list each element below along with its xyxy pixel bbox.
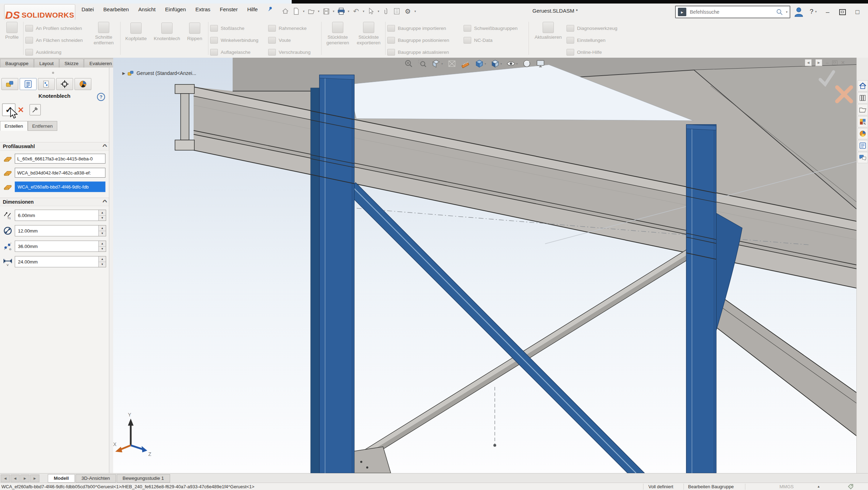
rippen-button[interactable]: Rippen <box>185 23 205 41</box>
tab-evaluieren[interactable]: Evaluieren <box>84 59 117 68</box>
bom-export-button[interactable]: Stückliste exportieren <box>354 22 383 46</box>
spinner[interactable]: ▲ ▼ <box>98 241 106 252</box>
voute-button[interactable]: Voute <box>268 35 311 45</box>
assembly-import-button[interactable]: Baugruppe importieren <box>387 23 449 33</box>
design-library-icon[interactable] <box>857 92 868 103</box>
maximize-button[interactable]: □ <box>854 8 861 16</box>
spin-down-icon[interactable]: ▼ <box>99 231 106 236</box>
menu-ansicht[interactable]: Ansicht <box>138 6 156 12</box>
search-icon[interactable] <box>776 8 783 15</box>
undo-dropdown-icon[interactable]: ▾ <box>363 9 364 13</box>
minimize-button[interactable]: – <box>824 8 831 16</box>
nc-data-button[interactable]: NC-Data <box>464 35 518 45</box>
width-field[interactable]: 24.00mm ▲ ▼ <box>15 256 106 267</box>
assembly-position-button[interactable]: Baugruppe positionieren <box>387 35 449 45</box>
save-icon[interactable] <box>322 7 330 15</box>
tab-scroll-next[interactable]: ▶ <box>20 475 30 482</box>
new-document-icon[interactable] <box>292 7 300 15</box>
cut-faces-button[interactable]: An Flächen schneiden <box>25 35 83 45</box>
tab-3d-ansichten[interactable]: 3D-Ansichten <box>76 474 116 483</box>
view-orientation-icon[interactable]: ▾ <box>491 59 502 68</box>
tab-scroll-last[interactable]: ▶ <box>30 475 39 482</box>
feature-tree-tab[interactable] <box>1 78 18 90</box>
gear-icon[interactable]: ⚙ <box>403 7 412 15</box>
spinner[interactable]: ▲ ▼ <box>98 210 106 221</box>
section-profilauswahl[interactable]: Profilauswahl ^ <box>0 142 109 151</box>
paperclip-icon[interactable] <box>382 7 390 15</box>
property-tab-builder-icon[interactable] <box>857 140 868 151</box>
bolt-spacing-field[interactable]: 36.00mm ▲ ▼ <box>15 241 106 252</box>
new-dropdown-icon[interactable]: ▾ <box>303 9 305 13</box>
notch-button[interactable]: Ausklinkung <box>25 47 83 57</box>
knotenblech-button[interactable]: Knotenblech <box>151 23 183 41</box>
spin-up-icon[interactable]: ▲ <box>99 256 106 262</box>
status-tag-icon[interactable] <box>848 484 854 490</box>
open-dropdown-icon[interactable]: ▾ <box>318 9 320 13</box>
spin-down-icon[interactable]: ▼ <box>99 216 106 221</box>
tab-scroll-prev[interactable]: ◀ <box>11 475 20 482</box>
select-cursor-icon[interactable] <box>367 7 375 15</box>
menu-extras[interactable]: Extras <box>195 6 210 12</box>
select-dropdown-icon[interactable]: ▾ <box>378 9 380 13</box>
online-help-button[interactable]: Online-Hilfe <box>566 47 617 57</box>
spinner[interactable]: ▲ ▼ <box>98 256 106 267</box>
collapse-icon[interactable]: ^ <box>102 199 107 205</box>
home-taskpane-icon[interactable] <box>857 80 868 91</box>
tab-modell[interactable]: Modell <box>48 474 75 483</box>
pm-help-icon[interactable]: ? <box>97 93 105 101</box>
pm-pin-button[interactable] <box>30 104 41 115</box>
next-window-icon[interactable]: ▶ <box>815 59 822 66</box>
tab-bewegungsstudie[interactable]: Bewegungsstudie 1 <box>117 474 170 483</box>
zoom-fit-icon[interactable] <box>404 59 413 68</box>
mode-tab-entfernen[interactable]: Entfernen <box>28 121 58 131</box>
print-icon[interactable] <box>337 7 345 15</box>
mode-tab-erstellen[interactable]: Erstellen <box>0 121 28 131</box>
feature-tree-root[interactable]: ▶ Geruest (Standard<Anzei... <box>122 70 196 76</box>
display-style-icon[interactable]: ▾ <box>475 59 486 68</box>
spinner[interactable]: ▲ ▼ <box>98 225 106 236</box>
status-expand-icon[interactable]: ▲ <box>817 485 820 488</box>
menu-bearbeiten[interactable]: Bearbeiten <box>103 6 129 12</box>
settings-button[interactable]: Einstellungen <box>566 35 617 45</box>
assembly-update-button[interactable]: Baugruppe aktualisieren <box>387 47 449 57</box>
status-units[interactable]: MMGS <box>779 484 793 489</box>
weld-assemblies-button[interactable]: Schweißbaugruppen <box>464 23 518 33</box>
dimxpert-tab[interactable] <box>56 78 73 90</box>
gear-dropdown-icon[interactable]: ▾ <box>414 9 416 13</box>
home-icon[interactable] <box>281 7 290 15</box>
custom-properties-icon[interactable] <box>857 128 868 139</box>
search-input[interactable] <box>689 9 773 15</box>
doc-minimize-icon[interactable]: – <box>826 60 829 65</box>
feature-tree-label[interactable]: Geruest (Standard<Anzei... <box>136 70 196 76</box>
open-icon[interactable] <box>307 7 316 15</box>
spin-up-icon[interactable]: ▲ <box>99 210 106 216</box>
pin-menu-icon[interactable] <box>267 6 273 12</box>
prev-window-icon[interactable]: ◀ <box>805 59 812 66</box>
tree-expand-icon[interactable]: ▶ <box>122 71 125 76</box>
stosslasche-button[interactable]: Stoßlasche <box>210 23 258 33</box>
save-dropdown-icon[interactable]: ▾ <box>333 9 335 13</box>
appearance-icon[interactable] <box>522 59 531 68</box>
undo-icon[interactable]: ↶ <box>352 7 360 15</box>
doc-restore-icon[interactable] <box>832 61 837 65</box>
diameter-field[interactable]: 12.00mm ▲ ▼ <box>15 225 106 236</box>
section-view-icon[interactable]: ▾ <box>432 59 443 68</box>
wireframe-icon[interactable] <box>447 59 456 68</box>
profile-field-2[interactable]: WCA_bd34d042-fde7-462c-a938-ef: <box>15 168 105 178</box>
search-dropdown-icon[interactable]: ▾ <box>786 10 788 14</box>
rahmenecke-button[interactable]: Rahmenecke <box>268 23 311 33</box>
configuration-tab[interactable] <box>38 78 55 90</box>
collapse-icon[interactable]: ^ <box>102 144 107 149</box>
left-column-blue[interactable] <box>311 75 354 473</box>
display-manager-tab[interactable] <box>75 78 91 90</box>
verschraubung-button[interactable]: Verschraubung <box>268 47 311 57</box>
kopfplatte-button[interactable]: Kopfplatte <box>124 23 148 41</box>
spin-up-icon[interactable]: ▲ <box>99 225 106 231</box>
graphics-viewport[interactable]: Y X Z <box>113 58 856 473</box>
menu-datei[interactable]: Datei <box>82 6 94 12</box>
print-dropdown-icon[interactable]: ▾ <box>348 9 350 13</box>
tab-skizze[interactable]: Skizze <box>59 59 84 68</box>
menu-einfuegen[interactable]: Einfügen <box>165 6 186 12</box>
update-button[interactable]: Aktualisieren <box>532 22 564 40</box>
measure-icon[interactable] <box>461 59 470 68</box>
